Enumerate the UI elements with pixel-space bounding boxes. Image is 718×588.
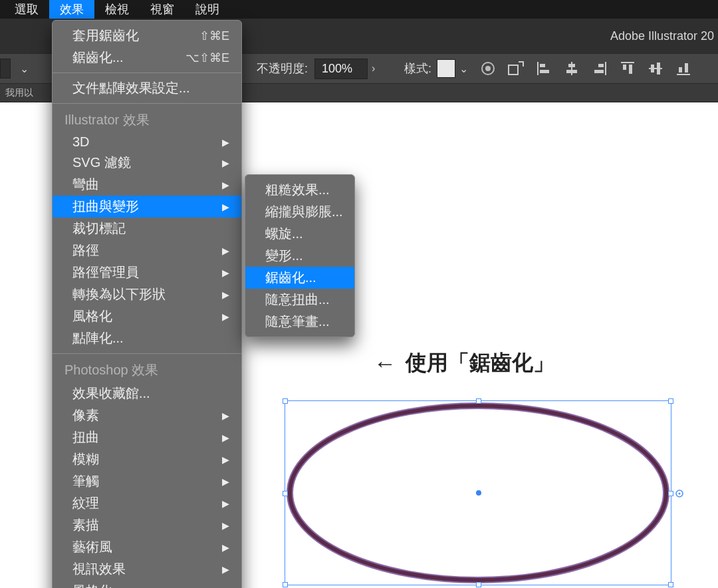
- distort-transform-submenu: 粗糙效果... 縮攏與膨脹... 螺旋... 變形... 鋸齒化... 隨意扭曲…: [245, 174, 355, 337]
- menu-rasterize[interactable]: 點陣化...: [53, 327, 241, 349]
- opacity-label: 不透明度:: [257, 61, 308, 76]
- chevron-right-icon[interactable]: ›: [368, 63, 379, 74]
- align-bottom-icon[interactable]: [674, 59, 693, 78]
- chevron-down-icon[interactable]: ⌄: [455, 63, 472, 75]
- menu-pathfinder[interactable]: 路徑管理員▶: [53, 261, 241, 283]
- menu-svg-filters[interactable]: SVG 濾鏡▶: [53, 152, 241, 174]
- align-middle-icon[interactable]: [646, 59, 665, 78]
- submenu-zigzag[interactable]: 鋸齒化...: [245, 267, 354, 289]
- menu-stylize[interactable]: 風格化▶: [53, 305, 241, 327]
- svg-point-24: [679, 493, 681, 495]
- align-center-icon[interactable]: [562, 59, 581, 78]
- svg-rect-13: [623, 65, 626, 70]
- center-point-icon: [476, 490, 481, 496]
- svg-rect-20: [685, 63, 688, 73]
- submenu-roughen[interactable]: 粗糙效果...: [245, 179, 354, 201]
- svg-point-1: [485, 66, 491, 71]
- appearance-icon[interactable]: [479, 59, 497, 78]
- menu-apply-zigzag[interactable]: 套用鋸齒化 ⇧⌘E: [53, 25, 241, 47]
- options-field[interactable]: [0, 59, 11, 78]
- svg-rect-16: [651, 65, 654, 73]
- app-title: Adobe Illustrator 20: [610, 29, 718, 43]
- menubar: 選取 效果 檢視 視窗 說明: [0, 0, 718, 19]
- menu-brush[interactable]: 筆觸▶: [53, 470, 241, 492]
- menu-texture[interactable]: 紋理▶: [53, 492, 241, 514]
- style-label: 樣式:: [404, 61, 431, 76]
- menu-warp[interactable]: 彎曲▶: [53, 174, 241, 196]
- svg-rect-4: [540, 64, 545, 67]
- rotate-handle-icon[interactable]: [674, 488, 685, 499]
- menu-pixelate[interactable]: 像素▶: [53, 404, 241, 426]
- svg-rect-17: [657, 63, 660, 74]
- annotation: ← 使用「鋸齒化」: [374, 349, 554, 378]
- annotation-text: 使用「鋸齒化」: [406, 349, 554, 378]
- submenu-pucker-bloat[interactable]: 縮攏與膨脹...: [245, 201, 354, 223]
- transform-icon[interactable]: [507, 59, 525, 78]
- svg-rect-9: [605, 62, 606, 75]
- chevron-down-icon[interactable]: ⌄: [16, 63, 33, 75]
- submenu-transform[interactable]: 變形...: [245, 245, 354, 267]
- menu-artistic[interactable]: 藝術風▶: [53, 536, 241, 558]
- menu-help[interactable]: 說明: [185, 0, 230, 19]
- style-swatch[interactable]: [437, 59, 455, 78]
- menu-header-illustrator: Illustrator 效果: [53, 108, 241, 132]
- menu-separator: [53, 103, 241, 104]
- menu-header-photoshop: Photoshop 效果: [53, 358, 241, 382]
- arrow-left-icon: ←: [374, 351, 394, 376]
- menu-select[interactable]: 選取: [4, 0, 49, 19]
- svg-rect-14: [629, 65, 632, 74]
- submenu-tweak[interactable]: 隨意筆畫...: [245, 311, 354, 333]
- svg-rect-10: [598, 64, 604, 67]
- menu-separator: [53, 353, 241, 354]
- submenu-twist[interactable]: 螺旋...: [245, 223, 354, 245]
- svg-rect-8: [566, 70, 577, 73]
- menu-stylize-ps[interactable]: 風格化▶: [53, 580, 241, 588]
- menu-effect-gallery[interactable]: 效果收藏館...: [53, 382, 241, 404]
- menu-crop-marks[interactable]: 裁切標記: [53, 218, 241, 239]
- menu-convert-shape[interactable]: 轉換為以下形狀▶: [53, 283, 241, 305]
- effects-dropdown: 套用鋸齒化 ⇧⌘E 鋸齒化... ⌥⇧⌘E 文件點陣效果設定... Illust…: [52, 20, 242, 588]
- svg-rect-5: [540, 70, 549, 73]
- menu-distort[interactable]: 扭曲▶: [53, 426, 241, 448]
- menu-3d[interactable]: 3D▶: [53, 132, 241, 152]
- menu-distort-transform[interactable]: 扭曲與變形▶: [53, 196, 241, 218]
- menu-path[interactable]: 路徑▶: [53, 239, 241, 261]
- menu-raster-settings[interactable]: 文件點陣效果設定...: [53, 77, 241, 99]
- menu-sketch[interactable]: 素描▶: [53, 514, 241, 536]
- menu-zigzag[interactable]: 鋸齒化... ⌥⇧⌘E: [53, 47, 241, 69]
- align-left-icon[interactable]: [535, 59, 553, 78]
- menu-view[interactable]: 檢視: [94, 0, 140, 19]
- align-right-icon[interactable]: [590, 59, 609, 78]
- menu-window[interactable]: 視窗: [140, 0, 185, 19]
- svg-rect-11: [594, 70, 604, 73]
- menu-blur[interactable]: 模糊▶: [53, 448, 241, 470]
- align-top-icon[interactable]: [618, 59, 637, 78]
- svg-rect-3: [537, 62, 538, 75]
- svg-rect-18: [677, 74, 690, 75]
- opacity-input[interactable]: 100%: [314, 59, 368, 79]
- svg-rect-19: [679, 67, 682, 73]
- menu-effect[interactable]: 效果: [49, 0, 94, 19]
- menu-separator: [53, 73, 241, 73]
- doc-status: 我用以: [5, 87, 33, 99]
- svg-rect-2: [509, 65, 518, 74]
- svg-rect-7: [568, 64, 575, 67]
- svg-rect-12: [621, 62, 634, 63]
- menu-video[interactable]: 視訊效果▶: [53, 558, 241, 580]
- submenu-free-distort[interactable]: 隨意扭曲...: [245, 289, 354, 311]
